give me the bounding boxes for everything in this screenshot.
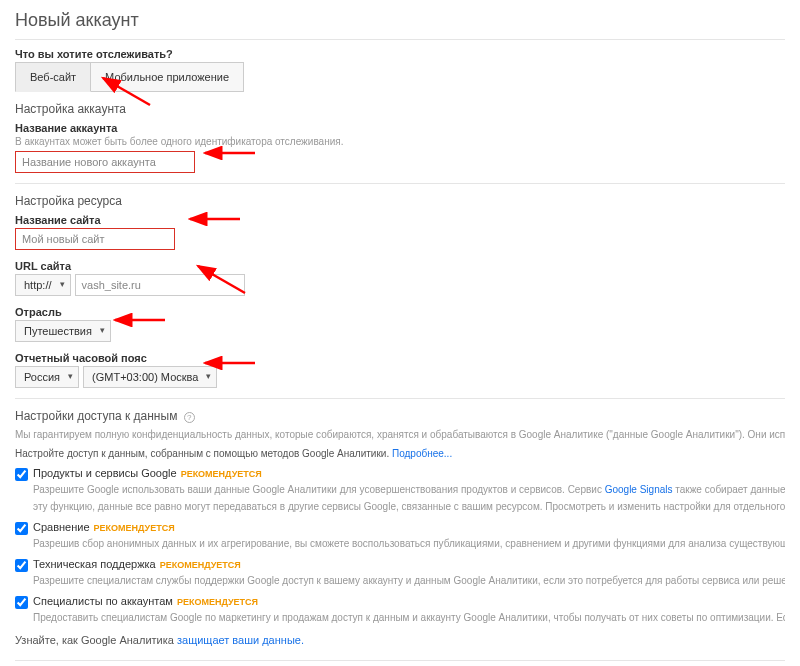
checkbox-specialists[interactable] — [15, 596, 28, 609]
checkbox-products-label: Продукты и сервисы GoogleРЕКОМЕНДУЕТСЯ — [33, 467, 262, 479]
checkbox-support-label: Техническая поддержкаРЕКОМЕНДУЕТСЯ — [33, 558, 241, 570]
tab-website[interactable]: Веб-сайт — [15, 62, 91, 92]
checkbox-benchmark[interactable] — [15, 522, 28, 535]
account-section: Настройка аккаунта — [15, 102, 785, 116]
sharing-footer: Узнайте, как Google Аналитика защищает в… — [15, 634, 785, 646]
track-tabs: Веб-сайт Мобильное приложение — [15, 62, 785, 92]
checkbox-benchmark-label: СравнениеРЕКОМЕНДУЕТСЯ — [33, 521, 175, 533]
checkbox-specialists-label: Специалисты по аккаунтамРЕКОМЕНДУЕТСЯ — [33, 595, 258, 607]
sharing-section: Настройки доступа к данным ? — [15, 409, 785, 423]
site-name-label: Название сайта — [15, 214, 785, 226]
timezone-select[interactable]: (GMT+03:00) Москва — [83, 366, 217, 388]
checkbox-support-desc: Разрешите специалистам службы поддержки … — [33, 574, 785, 587]
industry-label: Отрасль — [15, 306, 785, 318]
industry-select[interactable]: Путешествия — [15, 320, 111, 342]
checkbox-products[interactable] — [15, 468, 28, 481]
site-name-input[interactable]: Мой новый сайт — [15, 228, 175, 250]
track-question: Что вы хотите отслеживать? — [15, 48, 785, 60]
checkbox-products-desc: Разрешите Google использовать ваши данны… — [33, 483, 785, 496]
divider — [15, 398, 785, 399]
protocol-select[interactable]: http:// — [15, 274, 71, 296]
divider — [15, 660, 785, 661]
account-name-input[interactable]: Название нового аккаунта — [15, 151, 195, 173]
divider — [15, 39, 785, 40]
configure-link[interactable]: Подробнее... — [392, 448, 452, 459]
checkbox-specialists-desc: Предоставить специалистам Google по марк… — [33, 611, 785, 624]
checkbox-benchmark-desc: Разрешив сбор анонимных данных и их агре… — [33, 537, 785, 550]
google-signals-link[interactable]: Google Signals — [605, 484, 673, 495]
page-title: Новый аккаунт — [15, 10, 785, 31]
checkbox-products-desc2: эту функцию, данные все равно могут пере… — [33, 500, 785, 513]
info-icon[interactable]: ? — [184, 412, 195, 423]
account-name-label: Название аккаунта — [15, 122, 785, 134]
protect-data-link[interactable]: защищает ваши данные. — [177, 634, 304, 646]
checkbox-support[interactable] — [15, 559, 28, 572]
tab-mobile[interactable]: Мобильное приложение — [91, 62, 244, 92]
sharing-intro: Мы гарантируем полную конфиденциальность… — [15, 429, 785, 440]
timezone-label: Отчетный часовой пояс — [15, 352, 785, 364]
property-section: Настройка ресурса — [15, 194, 785, 208]
divider — [15, 183, 785, 184]
url-label: URL сайта — [15, 260, 785, 272]
account-name-help: В аккаунтах может быть более одного иден… — [15, 136, 785, 147]
url-input[interactable]: vash_site.ru — [75, 274, 245, 296]
sharing-configure: Настройте доступ к данным, собранным с п… — [15, 448, 785, 459]
country-select[interactable]: Россия — [15, 366, 79, 388]
